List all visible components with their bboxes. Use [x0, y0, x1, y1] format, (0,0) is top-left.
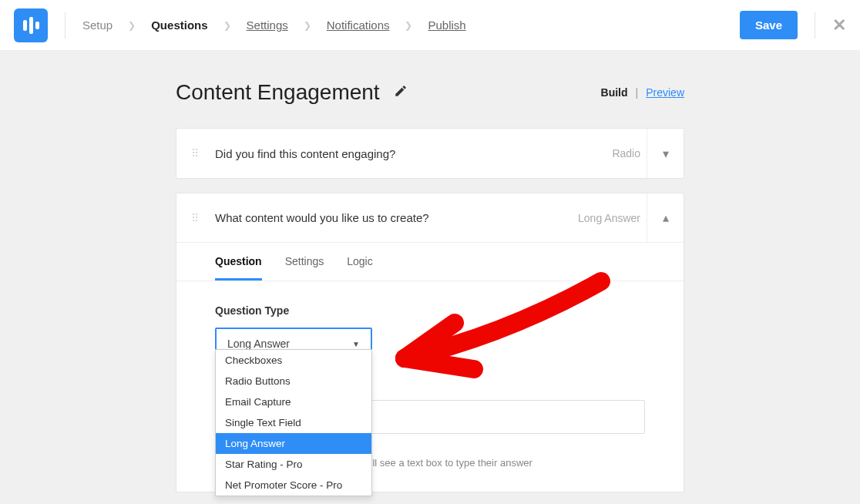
chevron-right-icon: ❯ [405, 20, 412, 31]
option-nps[interactable]: Net Promoter Score - Pro [216, 475, 371, 496]
question-card-2: ⠿ What content would you like us to crea… [176, 193, 684, 492]
nav-settings[interactable]: Settings [247, 18, 288, 32]
question-type-dropdown: Checkboxes Radio Buttons Email Capture S… [215, 349, 372, 496]
tab-logic[interactable]: Logic [347, 255, 372, 281]
save-button[interactable]: Save [740, 11, 798, 39]
survey-title-row: Content Engagement Build | Preview [176, 80, 684, 105]
collapse-toggle[interactable]: ▴ [647, 193, 684, 243]
survey-title: Content Engagement [176, 80, 380, 105]
mode-build[interactable]: Build [601, 86, 628, 99]
breadcrumb: Setup ❯ Questions ❯ Settings ❯ Notificat… [82, 18, 740, 32]
caret-up-icon: ▴ [663, 210, 669, 225]
chevron-right-icon: ❯ [304, 20, 311, 31]
drag-handle-icon[interactable]: ⠿ [176, 152, 215, 155]
pencil-icon[interactable] [394, 84, 408, 101]
select-value: Long Answer [227, 338, 290, 350]
question-tabs: Question Settings Logic [176, 243, 684, 281]
question-text: What content would you like us to create… [215, 211, 578, 224]
question-text: Did you find this content engaging? [215, 147, 612, 160]
nav-notifications[interactable]: Notifications [327, 18, 390, 32]
option-checkboxes[interactable]: Checkboxes [216, 350, 371, 371]
expand-toggle[interactable]: ▾ [647, 129, 684, 178]
caret-down-icon: ▼ [352, 340, 360, 348]
chevron-right-icon: ❯ [128, 20, 136, 31]
option-long-answer[interactable]: Long Answer [216, 433, 371, 454]
divider [815, 12, 815, 39]
close-icon[interactable]: ✕ [832, 15, 846, 35]
nav-setup[interactable]: Setup [82, 18, 113, 32]
app-logo[interactable] [14, 8, 48, 42]
drag-handle-icon[interactable]: ⠿ [176, 217, 215, 220]
topbar: Setup ❯ Questions ❯ Settings ❯ Notificat… [0, 0, 860, 51]
caret-down-icon: ▾ [663, 146, 669, 161]
question-type-label-heading: Question Type [215, 304, 645, 317]
question-type-label: Long Answer [578, 212, 647, 224]
mode-preview[interactable]: Preview [646, 86, 684, 99]
tab-settings[interactable]: Settings [285, 255, 324, 281]
tab-question[interactable]: Question [215, 255, 262, 281]
option-star-rating[interactable]: Star Rating - Pro [216, 454, 371, 475]
nav-questions[interactable]: Questions [151, 18, 207, 32]
question-card-1: ⠿ Did you find this content engaging? Ra… [176, 128, 684, 179]
divider [65, 12, 66, 39]
question-type-label: Radio [612, 147, 647, 160]
chevron-right-icon: ❯ [223, 20, 231, 31]
option-email-capture[interactable]: Email Capture [216, 391, 371, 412]
nav-publish[interactable]: Publish [428, 18, 465, 32]
option-single-text[interactable]: Single Text Field [216, 412, 371, 433]
mode-switch: Build | Preview [601, 86, 684, 99]
option-radio-buttons[interactable]: Radio Buttons [216, 371, 371, 391]
